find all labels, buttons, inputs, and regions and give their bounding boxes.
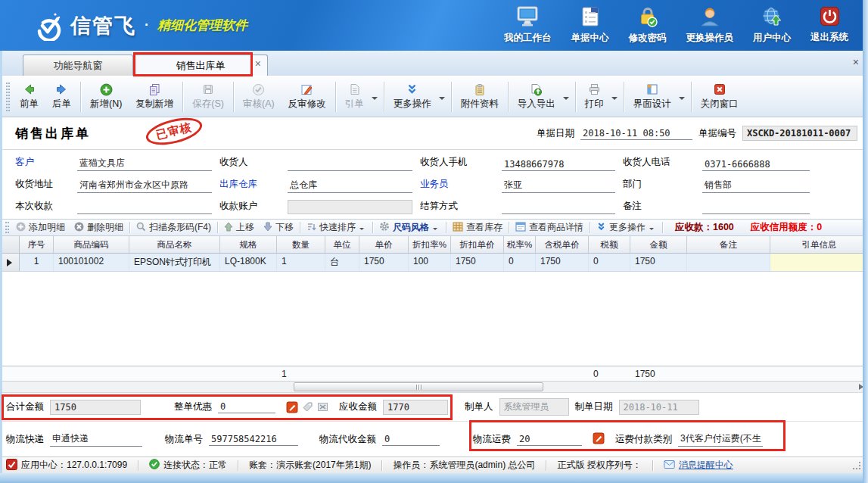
attachment-button[interactable]: 附件资料	[454, 80, 506, 113]
payment-field[interactable]	[77, 201, 212, 214]
import-export-button[interactable]: 导入导出	[511, 80, 562, 113]
cell-code[interactable]: 100101002	[54, 254, 129, 271]
move-up-button[interactable]: 上移	[219, 221, 259, 234]
tabstrip-close-icon[interactable]: ×	[853, 57, 859, 67]
size-style-button[interactable]: 尺码风格	[375, 221, 444, 234]
col-header-price[interactable]: 单价	[359, 236, 409, 253]
col-header-name[interactable]: 商品名称	[129, 236, 220, 253]
express-field[interactable]: 申通快递	[50, 432, 142, 447]
nav-workbench[interactable]: 我的工作台	[504, 6, 552, 45]
cell-qty[interactable]: 1	[277, 254, 325, 271]
receiver-field[interactable]	[288, 158, 412, 171]
tab-sales-outbound[interactable]: 销售出库单 ×	[133, 55, 268, 76]
ref-doc-dropdown-caret[interactable]	[372, 97, 378, 103]
ui-design-dropdown-caret[interactable]	[679, 97, 685, 103]
more-actions-dropdown-caret[interactable]	[439, 97, 445, 103]
col-header-taxed-price[interactable]: 含税单价	[536, 236, 589, 253]
scrollbar-thumb[interactable]	[294, 382, 543, 391]
view-stock-button[interactable]: 查看库存	[448, 221, 507, 234]
unaudit-button[interactable]: 反审修改	[282, 80, 333, 113]
dept-field[interactable]: 销售部	[702, 178, 810, 193]
table-row[interactable]: 1 100101002 EPSON针式打印机 LQ-1800K 1 台 1750…	[0, 254, 868, 272]
row-selector-cell[interactable]	[0, 254, 20, 271]
size-style-dropdown-caret[interactable]	[433, 228, 437, 232]
print-button[interactable]: 打印	[578, 80, 611, 113]
salesman-field[interactable]: 张亚	[502, 178, 615, 193]
price-tag-icon[interactable]	[302, 401, 313, 413]
nav-change-password[interactable]: 修改密码	[629, 6, 667, 45]
cell-ref-info[interactable]	[770, 254, 868, 271]
settle-field[interactable]	[502, 201, 615, 214]
cell-tax-rate[interactable]: 0	[504, 254, 536, 271]
quick-sort-dropdown-caret[interactable]	[359, 228, 364, 232]
cell-amount[interactable]: 1750	[630, 254, 687, 271]
scan-barcode-button[interactable]: 扫描条形码(F4)	[132, 221, 216, 234]
edit-discount-icon[interactable]	[286, 401, 298, 413]
nav-switch-operator[interactable]: 更换操作员	[686, 6, 734, 45]
horizontal-scrollbar[interactable]	[0, 382, 868, 393]
cell-remark[interactable]	[687, 254, 770, 271]
move-down-button[interactable]: 下移	[259, 221, 298, 234]
receiver-phone-field[interactable]: 0371-6666888	[702, 158, 810, 171]
cod-amount-field[interactable]: 0	[382, 433, 440, 446]
next-doc-button[interactable]: 后单	[45, 80, 78, 113]
customer-field[interactable]: 蓝猫文具店	[77, 156, 212, 171]
col-header-unit[interactable]: 单位	[325, 236, 359, 253]
remark-field[interactable]	[702, 201, 810, 214]
cell-tax[interactable]: 0	[589, 254, 630, 271]
prev-doc-button[interactable]: 前单	[13, 80, 45, 113]
cell-price[interactable]: 1750	[359, 254, 409, 271]
col-header-qty[interactable]: 数量	[277, 236, 325, 253]
freight-field[interactable]: 20	[517, 433, 582, 446]
nav-doc-center[interactable]: 单据中心	[571, 6, 609, 45]
add-detail-button[interactable]: 添加明细	[11, 221, 70, 234]
tab-nav-window[interactable]: 功能导航窗	[23, 55, 133, 76]
cell-spec[interactable]: LQ-1800K	[220, 254, 277, 271]
cell-discount-price[interactable]: 1750	[451, 254, 504, 271]
quick-sort-button[interactable]: 快速排序	[302, 221, 371, 234]
doc-date-field[interactable]: 2018-10-11 08:50	[580, 127, 692, 140]
cell-unit[interactable]: 台	[325, 254, 359, 271]
col-header-seq[interactable]: 序号	[20, 236, 54, 253]
print-dropdown-caret[interactable]	[611, 97, 618, 103]
import-export-dropdown-caret[interactable]	[563, 97, 569, 103]
col-header-discount-rate[interactable]: 折扣率%	[409, 236, 451, 253]
cell-taxed-price[interactable]: 1750	[536, 254, 589, 271]
freight-pay-type-field[interactable]: 3代客户付运费(不生	[678, 432, 763, 447]
col-header-amount[interactable]: 金额	[630, 236, 687, 253]
receiver-mobile-field[interactable]: 13488667978	[502, 158, 615, 171]
edit-freight-icon[interactable]	[593, 432, 605, 447]
view-product-detail-button[interactable]: 查看商品详情	[511, 221, 588, 234]
col-header-ref-info[interactable]: 引单信息	[770, 236, 868, 253]
warehouse-label[interactable]: 出库仓库	[219, 178, 280, 193]
cell-seq[interactable]: 1	[20, 254, 54, 271]
cell-discount-rate[interactable]: 100	[409, 254, 451, 271]
add-button[interactable]: 新增(N)	[83, 80, 129, 113]
discount-field[interactable]: 0	[218, 400, 275, 413]
more-actions-button[interactable]: 更多操作	[387, 80, 438, 113]
ui-design-button[interactable]: 界面设计	[627, 80, 678, 113]
col-header-remark[interactable]: 备注	[687, 236, 770, 253]
tab-close-icon[interactable]: ×	[255, 58, 261, 69]
nav-exit[interactable]: 退出系统	[810, 6, 848, 45]
col-header-tax[interactable]: 税额	[589, 236, 630, 253]
grid-more-dropdown-caret[interactable]	[649, 228, 654, 232]
col-header-discount-price[interactable]: 折扣单价	[451, 236, 504, 253]
resize-grip[interactable]	[853, 462, 860, 469]
address-field[interactable]: 河南省郑州市金水区中原路	[77, 178, 212, 193]
close-window-button[interactable]: 关闭窗口	[694, 80, 745, 113]
grid-toolbar-drag-handle[interactable]	[5, 222, 9, 233]
col-header-tax-rate[interactable]: 税率%	[504, 236, 536, 253]
tracking-no-field[interactable]: 597758542216	[209, 433, 298, 446]
delete-detail-button[interactable]: 删除明细	[70, 221, 128, 234]
salesman-label[interactable]: 业务员	[420, 178, 494, 193]
grid-more-actions-button[interactable]: 更多操作	[592, 221, 661, 234]
customer-label[interactable]: 客户	[15, 156, 70, 171]
col-header-code[interactable]: 商品编码	[54, 236, 129, 253]
grid-empty-area[interactable]	[0, 272, 868, 366]
message-center-link[interactable]: 消息提醒中心	[679, 459, 733, 472]
warehouse-field[interactable]: 总仓库	[288, 178, 412, 193]
discount-clear-icon[interactable]	[317, 401, 328, 413]
col-header-spec[interactable]: 规格	[220, 236, 277, 253]
cell-name[interactable]: EPSON针式打印机	[129, 254, 220, 271]
